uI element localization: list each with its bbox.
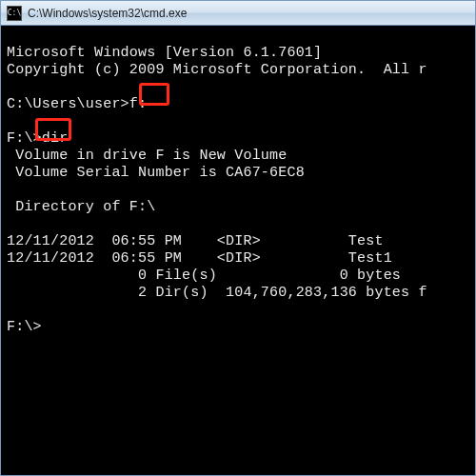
dir-summary-files: 0 File(s) 0 bytes bbox=[7, 268, 401, 284]
typed-command-drive: f: bbox=[129, 96, 147, 112]
window-title: C:\Windows\system32\cmd.exe bbox=[28, 7, 187, 20]
prompt-f: F:\> bbox=[7, 130, 42, 147]
cmd-icon: C:\ bbox=[7, 6, 22, 21]
volume-label-line: Volume in drive F is New Volume bbox=[7, 148, 287, 164]
dir-summary-dirs: 2 Dir(s) 104,760,283,136 bytes f bbox=[7, 285, 427, 301]
banner-line-2: Copyright (c) 2009 Microsoft Corporation… bbox=[7, 62, 427, 78]
banner-line-1: Microsoft Windows [Version 6.1.7601] bbox=[7, 45, 322, 61]
typed-command-dir: dir bbox=[42, 130, 69, 147]
cmd-window: C:\ C:\Windows\system32\cmd.exe Microsof… bbox=[0, 0, 476, 476]
dir-entry-test: 12/11/2012 06:55 PM <DIR> Test bbox=[7, 233, 384, 249]
dir-entry-test1: 12/11/2012 06:55 PM <DIR> Test1 bbox=[7, 250, 392, 267]
prompt-f-cursor: F:\> bbox=[7, 319, 42, 335]
terminal-output[interactable]: Microsoft Windows [Version 6.1.7601] Cop… bbox=[1, 26, 475, 475]
volume-serial-line: Volume Serial Number is CA67-6EC8 bbox=[7, 165, 305, 181]
directory-of-line: Directory of F:\ bbox=[7, 199, 155, 215]
cmd-icon-glyph: C:\ bbox=[8, 9, 21, 17]
prompt-c-users: C:\Users\user> bbox=[7, 96, 129, 112]
titlebar[interactable]: C:\ C:\Windows\system32\cmd.exe bbox=[1, 1, 475, 26]
